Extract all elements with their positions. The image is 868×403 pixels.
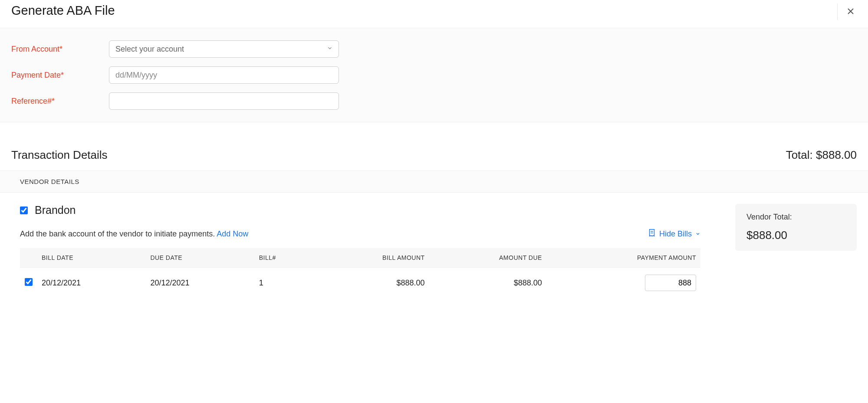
hide-bills-toggle[interactable]: Hide Bills bbox=[648, 229, 700, 239]
reference-label: Reference#* bbox=[11, 97, 109, 106]
close-icon bbox=[845, 6, 856, 18]
col-bill-date: BILL DATE bbox=[37, 248, 146, 268]
table-row: 20/12/2021 20/12/2021 1 $888.00 $888.00 bbox=[20, 268, 700, 298]
cell-amount-due: $888.00 bbox=[429, 268, 546, 298]
vendor-name: Brandon bbox=[35, 204, 76, 216]
page-title: Generate ABA File bbox=[11, 3, 115, 18]
col-bill-no: BILL# bbox=[255, 248, 313, 268]
col-check bbox=[20, 248, 37, 268]
vendor-details-bar: VENDOR DETAILS bbox=[0, 170, 868, 193]
vendor-checkbox[interactable] bbox=[20, 206, 28, 214]
payment-amount-input[interactable] bbox=[645, 275, 696, 291]
cell-due-date: 20/12/2021 bbox=[146, 268, 254, 298]
from-account-select[interactable]: Select your account bbox=[109, 40, 339, 58]
hide-bills-label: Hide Bills bbox=[659, 229, 692, 239]
vendor-note: Add the bank account of the vendor to in… bbox=[20, 229, 217, 238]
cell-bill-no: 1 bbox=[255, 268, 313, 298]
payment-date-label: Payment Date* bbox=[11, 71, 109, 80]
vendor-total-label: Vendor Total: bbox=[746, 213, 845, 222]
vendor-total-box: Vendor Total: $888.00 bbox=[735, 204, 857, 251]
close-button[interactable] bbox=[837, 3, 858, 20]
col-amount-due: AMOUNT DUE bbox=[429, 248, 546, 268]
payment-date-input[interactable] bbox=[109, 66, 339, 84]
add-now-link[interactable]: Add Now bbox=[217, 229, 248, 238]
col-payment-amount: PAYMENT AMOUNT bbox=[546, 248, 700, 268]
from-account-label: From Account* bbox=[11, 45, 109, 54]
vendor-total-amount: $888.00 bbox=[746, 229, 845, 242]
receipt-icon bbox=[648, 229, 656, 239]
from-account-placeholder: Select your account bbox=[115, 45, 184, 54]
transaction-details-title: Transaction Details bbox=[11, 148, 108, 162]
reference-input[interactable] bbox=[109, 92, 339, 110]
col-bill-amount: BILL AMOUNT bbox=[313, 248, 429, 268]
col-due-date: DUE DATE bbox=[146, 248, 254, 268]
cell-bill-amount: $888.00 bbox=[313, 268, 429, 298]
bill-row-checkbox[interactable] bbox=[25, 278, 33, 286]
form-section: From Account* Select your account Paymen… bbox=[0, 28, 868, 122]
cell-bill-date: 20/12/2021 bbox=[37, 268, 146, 298]
total-amount: Total: $888.00 bbox=[786, 148, 857, 162]
chevron-down-icon bbox=[695, 229, 700, 239]
bills-table: BILL DATE DUE DATE BILL# BILL AMOUNT AMO… bbox=[20, 248, 700, 298]
